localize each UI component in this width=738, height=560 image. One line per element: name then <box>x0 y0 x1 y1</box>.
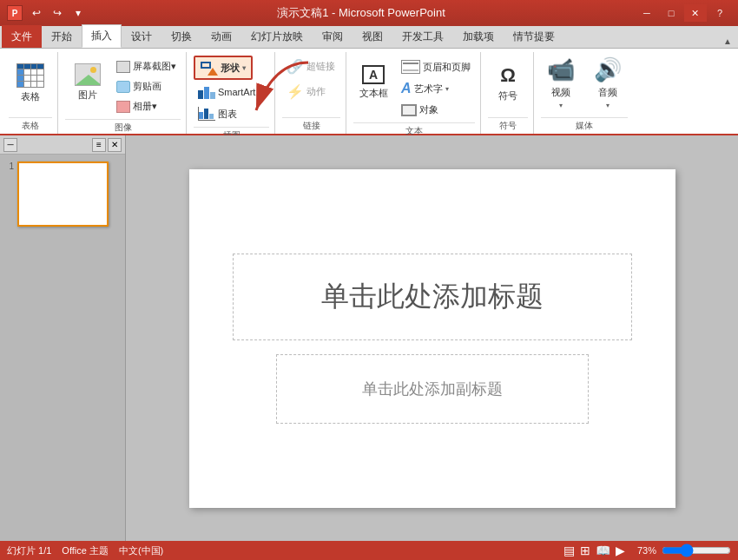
maximize-button[interactable]: □ <box>660 4 682 22</box>
main-area: ─ ≡ ✕ 1 单击此处添加标题 单击此处添加副标题 <box>0 135 738 541</box>
powerpoint-logo: P <box>7 5 23 21</box>
title-placeholder[interactable]: 单击此处添加标题 <box>233 254 632 340</box>
screenshot-icon <box>116 61 130 73</box>
minimize-button[interactable]: ─ <box>636 4 658 22</box>
album-button[interactable]: 相册▾ <box>112 97 181 115</box>
customize-qat-button[interactable]: ▾ <box>69 4 87 22</box>
wordart-icon: A <box>401 81 412 96</box>
logo-text: P <box>12 9 18 18</box>
tab-addins[interactable]: 加载项 <box>453 25 504 48</box>
redo-button[interactable]: ↪ <box>49 4 66 22</box>
slide-thumbnails: 1 <box>0 155 125 234</box>
view-slideshow-button[interactable]: ▶ <box>616 544 625 557</box>
ribbon-tabs: 文件 开始 插入 设计 切换 动画 幻灯片放映 审阅 视图 开发工具 加载项 情… <box>0 26 738 49</box>
chart-button[interactable]: 图表 <box>194 104 241 123</box>
slide-1-thumbnail[interactable] <box>17 161 109 227</box>
view-normal-button[interactable]: ▤ <box>563 544 575 557</box>
hyperlink-button[interactable]: 🔗 超链接 <box>282 56 339 77</box>
shapes-button[interactable]: 形状 ▾ <box>194 56 253 80</box>
symbol-button[interactable]: Ω 符号 <box>488 56 528 110</box>
symbol-label: 符号 <box>498 89 517 102</box>
text-group-content: A 文本框 页眉和页脚 A 艺术字 ▾ 对象 <box>353 52 475 122</box>
picture-button[interactable]: 图片 <box>65 56 110 109</box>
tab-animations[interactable]: 动画 <box>201 25 241 48</box>
action-icon: ⚡ <box>287 83 304 100</box>
tab-storyboard[interactable]: 情节提要 <box>504 25 564 48</box>
textbox-button[interactable]: A 文本框 <box>353 56 393 109</box>
slide-panel-header: ─ ≡ ✕ <box>0 135 125 155</box>
wordart-label: 艺术字 <box>414 82 443 96</box>
theme-name: Office 主题 <box>62 544 109 557</box>
textbox-label: 文本框 <box>359 87 388 100</box>
tab-review[interactable]: 审阅 <box>313 25 353 48</box>
table-group-content: 表格 <box>9 52 52 117</box>
window-controls: ─ □ ✕ ? <box>636 4 731 22</box>
link-group-label: 链接 <box>282 117 340 134</box>
help-button[interactable]: ? <box>708 4 731 22</box>
table-group-label: 表格 <box>9 117 52 134</box>
panel-pin-button[interactable]: ─ <box>3 138 17 152</box>
chart-label: 图表 <box>218 108 237 121</box>
wordart-button[interactable]: A 艺术字 ▾ <box>397 78 475 99</box>
ribbon-group-link: 🔗 超链接 ⚡ 动作 链接 <box>277 52 346 134</box>
object-icon <box>401 104 417 116</box>
tab-file[interactable]: 文件 <box>2 25 42 48</box>
smartart-label: SmartArt <box>218 87 255 97</box>
smartart-button[interactable]: SmartArt <box>194 82 260 102</box>
view-reading-button[interactable]: 📖 <box>596 544 610 557</box>
screenshot-button[interactable]: 屏幕截图▾ <box>112 57 181 76</box>
media-group-content: 📹 视频 ▾ 🔊 音频 ▾ <box>541 52 628 117</box>
ribbon-group-shapes: 形状 ▾ SmartArt 图表 <box>188 52 275 134</box>
ribbon-group-text: A 文本框 页眉和页脚 A 艺术字 ▾ 对象 <box>348 52 481 134</box>
view-slidesorter-button[interactable]: ⊞ <box>580 544 590 557</box>
tab-insert[interactable]: 插入 <box>82 24 122 48</box>
tab-slideshow[interactable]: 幻灯片放映 <box>241 25 313 48</box>
ribbon-group-symbol: Ω 符号 符号 <box>483 52 534 134</box>
shapes-icon <box>201 60 218 76</box>
table-button[interactable]: 表格 <box>9 56 52 111</box>
tab-home[interactable]: 开始 <box>42 25 82 48</box>
undo-button[interactable]: ↩ <box>28 4 45 22</box>
video-dropdown-arrow: ▾ <box>559 102 563 109</box>
audio-label: 音频 <box>598 86 617 99</box>
table-label: 表格 <box>21 90 40 103</box>
wordart-dropdown-arrow: ▾ <box>445 85 449 93</box>
canvas-area: 单击此处添加标题 单击此处添加副标题 <box>126 135 738 541</box>
subtitle-placeholder-text: 单击此处添加副标题 <box>362 379 503 399</box>
image-group-content: 图片 屏幕截图▾ 剪贴画 相册▾ <box>65 52 181 119</box>
video-button[interactable]: 📹 视频 ▾ <box>541 56 581 110</box>
media-group-label: 媒体 <box>541 117 628 134</box>
collapse-ribbon-button[interactable]: ▲ <box>721 34 735 48</box>
hyperlink-label: 超链接 <box>306 60 335 73</box>
action-button[interactable]: ⚡ 动作 <box>282 81 330 102</box>
ribbon-group-media: 📹 视频 ▾ 🔊 音频 ▾ 媒体 <box>536 52 633 134</box>
window-title: 演示文稿1 - Microsoft PowerPoint <box>277 5 445 21</box>
clipart-button[interactable]: 剪贴画 <box>112 77 181 96</box>
panel-menu-button[interactable]: ≡ <box>92 138 106 152</box>
titlebar: P ↩ ↪ ▾ 演示文稿1 - Microsoft PowerPoint ─ □… <box>0 0 738 26</box>
headerfooter-button[interactable]: 页眉和页脚 <box>397 57 475 76</box>
slide-thumb-1-container: 1 <box>3 161 122 227</box>
slide-canvas[interactable]: 单击此处添加标题 单击此处添加副标题 <box>189 169 675 508</box>
tab-developer[interactable]: 开发工具 <box>392 25 453 48</box>
ribbon-group-table: 表格 表格 <box>3 52 58 134</box>
zoom-slider[interactable] <box>662 544 731 557</box>
statusbar: 幻灯片 1/1 Office 主题 中文(中国) ▤ ⊞ 📖 ▶ 73% <box>0 541 738 560</box>
chart-icon <box>198 107 215 121</box>
headerfooter-icon <box>401 60 420 74</box>
image-group-label: 图像 <box>65 119 181 135</box>
panel-close-button[interactable]: ✕ <box>108 138 122 152</box>
symbol-group-label: 符号 <box>488 117 528 134</box>
close-button[interactable]: ✕ <box>684 4 707 22</box>
ribbon: 表格 表格 图片 屏幕截图▾ <box>0 49 738 135</box>
audio-button[interactable]: 🔊 音频 ▾ <box>588 56 628 110</box>
tab-design[interactable]: 设计 <box>122 25 161 48</box>
picture-icon <box>75 63 101 86</box>
slide-info: 幻灯片 1/1 <box>7 544 51 557</box>
object-button[interactable]: 对象 <box>397 101 475 119</box>
subtitle-placeholder[interactable]: 单击此处添加副标题 <box>276 354 589 424</box>
audio-icon: 🔊 <box>594 56 622 83</box>
tab-view[interactable]: 视图 <box>353 25 392 48</box>
video-label: 视频 <box>551 86 570 99</box>
tab-transitions[interactable]: 切换 <box>161 25 201 48</box>
